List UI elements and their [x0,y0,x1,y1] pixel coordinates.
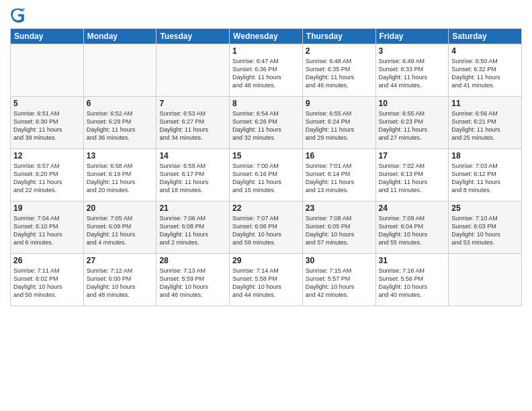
day-info: Sunrise: 6:54 AM Sunset: 6:26 PM Dayligh… [232,109,300,142]
day-number: 1 [232,46,300,56]
day-info: Sunrise: 6:55 AM Sunset: 6:24 PM Dayligh… [306,109,373,142]
calendar-cell: 7Sunrise: 6:53 AM Sunset: 6:27 PM Daylig… [157,97,230,149]
day-info: Sunrise: 7:08 AM Sunset: 6:05 PM Dayligh… [306,214,373,247]
calendar-cell: 27Sunrise: 7:12 AM Sunset: 6:00 PM Dayli… [83,254,157,306]
day-info: Sunrise: 7:02 AM Sunset: 6:13 PM Dayligh… [379,162,446,195]
logo-icon [10,7,26,23]
day-number: 22 [232,203,300,213]
calendar-cell: 11Sunrise: 6:56 AM Sunset: 6:21 PM Dayli… [449,97,522,149]
day-number: 31 [379,256,446,265]
day-number: 4 [451,46,519,56]
calendar-cell: 21Sunrise: 7:06 AM Sunset: 6:08 PM Dayli… [157,201,230,254]
calendar-week-row: 26Sunrise: 7:11 AM Sunset: 6:02 PM Dayli… [11,254,522,306]
calendar-cell: 2Sunrise: 6:48 AM Sunset: 6:35 PM Daylig… [302,44,375,97]
day-number: 2 [306,46,373,56]
calendar-cell: 16Sunrise: 7:01 AM Sunset: 6:14 PM Dayli… [302,149,375,201]
weekday-header: Saturday [449,29,522,44]
day-number: 21 [159,203,226,213]
day-number: 29 [232,256,300,265]
day-number: 11 [451,99,519,108]
day-info: Sunrise: 6:50 AM Sunset: 6:32 PM Dayligh… [451,57,519,90]
day-info: Sunrise: 6:57 AM Sunset: 6:20 PM Dayligh… [13,162,81,195]
calendar-cell [449,254,522,306]
day-info: Sunrise: 6:51 AM Sunset: 6:30 PM Dayligh… [13,109,81,142]
day-number: 19 [13,203,81,213]
day-info: Sunrise: 7:11 AM Sunset: 6:02 PM Dayligh… [13,267,81,300]
calendar-cell: 24Sunrise: 7:09 AM Sunset: 6:04 PM Dayli… [375,201,449,254]
day-info: Sunrise: 7:01 AM Sunset: 6:14 PM Dayligh… [306,162,373,195]
calendar-cell: 10Sunrise: 6:55 AM Sunset: 6:23 PM Dayli… [375,97,449,149]
weekday-header: Friday [375,29,449,44]
calendar-cell: 26Sunrise: 7:11 AM Sunset: 6:02 PM Dayli… [11,254,84,306]
weekday-header: Wednesday [230,29,303,44]
calendar-week-row: 1Sunrise: 6:47 AM Sunset: 6:36 PM Daylig… [11,44,522,97]
day-number: 13 [87,151,154,161]
day-number: 18 [451,151,519,161]
calendar-cell: 1Sunrise: 6:47 AM Sunset: 6:36 PM Daylig… [230,44,303,97]
calendar-cell: 19Sunrise: 7:04 AM Sunset: 6:10 PM Dayli… [11,201,84,254]
day-info: Sunrise: 7:04 AM Sunset: 6:10 PM Dayligh… [13,214,81,247]
day-number: 6 [87,99,154,108]
calendar-cell: 9Sunrise: 6:55 AM Sunset: 6:24 PM Daylig… [302,97,375,149]
day-number: 26 [13,256,81,265]
day-info: Sunrise: 7:14 AM Sunset: 5:58 PM Dayligh… [232,267,300,300]
day-number: 10 [379,99,446,108]
weekday-header: Monday [83,29,157,44]
day-number: 28 [159,256,226,265]
day-number: 14 [159,151,226,161]
day-info: Sunrise: 7:03 AM Sunset: 6:12 PM Dayligh… [451,162,519,195]
calendar-cell: 31Sunrise: 7:16 AM Sunset: 5:56 PM Dayli… [375,254,449,306]
day-number: 3 [379,46,446,56]
day-number: 24 [379,203,446,213]
calendar-cell: 14Sunrise: 6:59 AM Sunset: 6:17 PM Dayli… [157,149,230,201]
day-number: 16 [306,151,373,161]
day-info: Sunrise: 6:56 AM Sunset: 6:21 PM Dayligh… [451,109,519,142]
day-number: 30 [306,256,373,265]
day-info: Sunrise: 6:47 AM Sunset: 6:36 PM Dayligh… [232,57,300,90]
calendar-cell: 13Sunrise: 6:58 AM Sunset: 6:19 PM Dayli… [83,149,157,201]
page-header [10,7,522,23]
day-info: Sunrise: 6:55 AM Sunset: 6:23 PM Dayligh… [379,109,446,142]
day-number: 5 [13,99,81,108]
calendar-cell: 23Sunrise: 7:08 AM Sunset: 6:05 PM Dayli… [302,201,375,254]
day-info: Sunrise: 7:10 AM Sunset: 6:03 PM Dayligh… [451,214,519,247]
calendar-cell [11,44,84,97]
calendar-cell [157,44,230,97]
calendar-cell: 20Sunrise: 7:05 AM Sunset: 6:09 PM Dayli… [83,201,157,254]
calendar-cell: 3Sunrise: 6:49 AM Sunset: 6:33 PM Daylig… [375,44,449,97]
logo [10,7,29,23]
day-info: Sunrise: 6:49 AM Sunset: 6:33 PM Dayligh… [379,57,446,90]
day-number: 17 [379,151,446,161]
weekday-header: Thursday [302,29,375,44]
calendar-cell: 25Sunrise: 7:10 AM Sunset: 6:03 PM Dayli… [449,201,522,254]
weekday-header: Tuesday [157,29,230,44]
day-number: 8 [232,99,300,108]
calendar-cell: 30Sunrise: 7:15 AM Sunset: 5:57 PM Dayli… [302,254,375,306]
day-info: Sunrise: 7:13 AM Sunset: 5:59 PM Dayligh… [159,267,226,300]
calendar-week-row: 5Sunrise: 6:51 AM Sunset: 6:30 PM Daylig… [11,97,522,149]
day-info: Sunrise: 6:53 AM Sunset: 6:27 PM Dayligh… [159,109,226,142]
calendar-cell: 12Sunrise: 6:57 AM Sunset: 6:20 PM Dayli… [11,149,84,201]
calendar-cell: 17Sunrise: 7:02 AM Sunset: 6:13 PM Dayli… [375,149,449,201]
day-info: Sunrise: 6:52 AM Sunset: 6:29 PM Dayligh… [87,109,154,142]
day-number: 7 [159,99,226,108]
day-info: Sunrise: 7:00 AM Sunset: 6:16 PM Dayligh… [232,162,300,195]
day-number: 9 [306,99,373,108]
day-number: 15 [232,151,300,161]
calendar-cell: 6Sunrise: 6:52 AM Sunset: 6:29 PM Daylig… [83,97,157,149]
calendar-cell: 5Sunrise: 6:51 AM Sunset: 6:30 PM Daylig… [11,97,84,149]
day-info: Sunrise: 6:59 AM Sunset: 6:17 PM Dayligh… [159,162,226,195]
day-info: Sunrise: 7:12 AM Sunset: 6:00 PM Dayligh… [87,267,154,300]
day-number: 20 [87,203,154,213]
day-info: Sunrise: 7:07 AM Sunset: 6:06 PM Dayligh… [232,214,300,247]
day-number: 25 [451,203,519,213]
day-info: Sunrise: 6:48 AM Sunset: 6:35 PM Dayligh… [306,57,373,90]
day-info: Sunrise: 6:58 AM Sunset: 6:19 PM Dayligh… [87,162,154,195]
calendar-cell [83,44,157,97]
calendar-cell: 8Sunrise: 6:54 AM Sunset: 6:26 PM Daylig… [230,97,303,149]
calendar-cell: 28Sunrise: 7:13 AM Sunset: 5:59 PM Dayli… [157,254,230,306]
calendar-week-row: 19Sunrise: 7:04 AM Sunset: 6:10 PM Dayli… [11,201,522,254]
calendar-cell: 22Sunrise: 7:07 AM Sunset: 6:06 PM Dayli… [230,201,303,254]
calendar-cell: 29Sunrise: 7:14 AM Sunset: 5:58 PM Dayli… [230,254,303,306]
day-info: Sunrise: 7:05 AM Sunset: 6:09 PM Dayligh… [87,214,154,247]
